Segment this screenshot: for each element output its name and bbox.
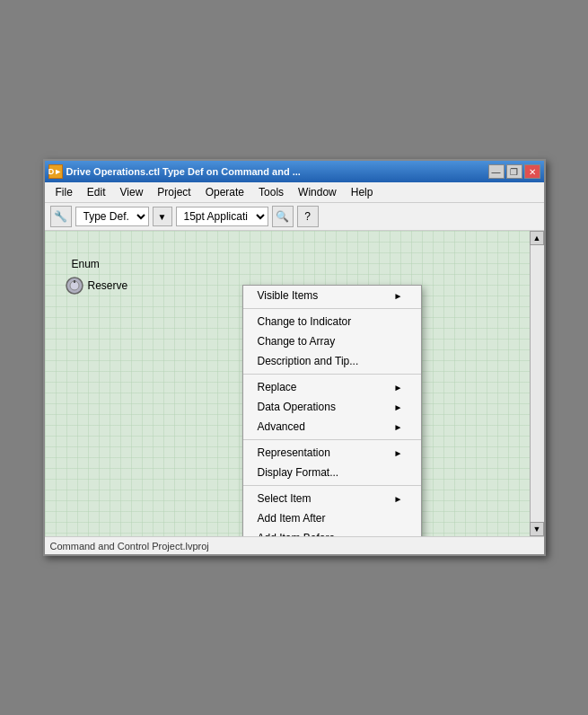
ctx-separator: [243, 308, 421, 309]
font-size-select[interactable]: 15pt Applicati: [176, 207, 268, 226]
ctx-item-label-advanced: Advanced: [258, 420, 305, 433]
ctx-item-label-representation: Representation: [258, 446, 330, 459]
ctx-separator: [243, 439, 421, 440]
scroll-up-button[interactable]: ▲: [530, 231, 544, 245]
restore-button[interactable]: ❐: [506, 164, 522, 179]
wrench-button[interactable]: 🔧: [50, 206, 72, 227]
ctx-arrow-select-item: ►: [394, 494, 403, 504]
toolbar: 🔧 Type Def. ▼ 15pt Applicati 🔍 ?: [45, 203, 544, 231]
ctx-item-label-select-item: Select Item: [258, 492, 312, 505]
menu-item-operate[interactable]: Operate: [198, 184, 251, 200]
close-button[interactable]: ✕: [524, 164, 540, 179]
ctx-item-change-to-indicator[interactable]: Change to Indicator: [243, 312, 421, 331]
ctx-item-label-change-to-array: Change to Array: [258, 335, 336, 348]
ctx-item-label-visible-items: Visible Items: [258, 289, 319, 302]
title-buttons: — ❐ ✕: [488, 164, 540, 179]
ctx-item-representation[interactable]: Representation►: [243, 443, 421, 463]
ctx-separator: [243, 485, 421, 486]
type-def-select[interactable]: Type Def.: [75, 207, 149, 226]
ctx-item-label-replace: Replace: [258, 381, 297, 393]
ctx-item-label-add-item-after: Add Item After: [258, 512, 326, 525]
ctx-separator: [243, 374, 421, 375]
ctx-arrow-visible-items: ►: [394, 291, 403, 301]
main-window: D► Drive Operations.ctl Type Def on Comm…: [43, 159, 546, 556]
reserve-label: Reserve: [88, 279, 128, 292]
ctx-arrow-advanced: ►: [394, 422, 403, 432]
ctx-item-display-format[interactable]: Display Format...: [243, 463, 421, 482]
minimize-button[interactable]: —: [488, 164, 505, 179]
ctx-item-change-to-array[interactable]: Change to Array: [243, 331, 421, 351]
scroll-down-button[interactable]: ▼: [530, 522, 544, 536]
knob-icon: [65, 276, 84, 296]
ctx-item-label-data-operations: Data Operations: [258, 401, 336, 413]
canvas: Enum Reserve Visible Items►Change to Ind…: [45, 231, 530, 536]
reserve-control: Reserve: [65, 276, 128, 296]
title-bar-left: D► Drive Operations.ctl Type Def on Comm…: [48, 164, 301, 179]
menu-item-tools[interactable]: Tools: [251, 184, 291, 200]
ctx-item-advanced[interactable]: Advanced►: [243, 417, 421, 437]
title-bar: D► Drive Operations.ctl Type Def on Comm…: [45, 161, 544, 182]
menu-item-file[interactable]: File: [48, 184, 80, 200]
enum-label: Enum: [72, 258, 100, 270]
ctx-item-description-and-tip[interactable]: Description and Tip...: [243, 351, 421, 371]
ctx-item-label-add-item-before: Add Item Before: [258, 532, 336, 536]
vertical-scrollbar[interactable]: ▲ ▼: [530, 231, 544, 536]
ctx-item-data-operations[interactable]: Data Operations►: [243, 397, 421, 417]
menu-item-project[interactable]: Project: [150, 184, 197, 200]
ctx-item-replace[interactable]: Replace►: [243, 377, 421, 397]
menu-item-help[interactable]: Help: [344, 184, 381, 200]
status-bar: Command and Control Project.lvproj: [45, 536, 544, 554]
menu-bar: FileEditViewProjectOperateToolsWindowHel…: [45, 182, 544, 203]
ctx-arrow-data-operations: ►: [394, 402, 403, 412]
context-menu: Visible Items►Change to IndicatorChange …: [242, 285, 422, 536]
ctx-item-select-item[interactable]: Select Item►: [243, 489, 421, 508]
search-button[interactable]: 🔍: [272, 206, 294, 227]
type-def-dropdown[interactable]: ▼: [153, 207, 172, 226]
ctx-arrow-replace: ►: [394, 383, 403, 393]
content-area: Enum Reserve Visible Items►Change to Ind…: [45, 231, 544, 536]
menu-item-edit[interactable]: Edit: [80, 184, 113, 200]
menu-item-window[interactable]: Window: [291, 184, 344, 200]
help-button[interactable]: ?: [297, 206, 319, 227]
app-icon: D►: [48, 164, 63, 179]
ctx-item-label-change-to-indicator: Change to Indicator: [258, 315, 352, 328]
window-title: Drive Operations.ctl Type Def on Command…: [66, 166, 301, 177]
menu-item-view[interactable]: View: [113, 184, 151, 200]
ctx-item-add-item-before[interactable]: Add Item Before: [243, 528, 421, 536]
ctx-item-add-item-after[interactable]: Add Item After: [243, 508, 421, 528]
status-text: Command and Control Project.lvproj: [50, 541, 209, 552]
ctx-arrow-representation: ►: [394, 448, 403, 458]
ctx-item-visible-items[interactable]: Visible Items►: [243, 286, 421, 305]
scroll-track: [531, 245, 544, 522]
ctx-item-label-display-format: Display Format...: [258, 466, 339, 479]
ctx-item-label-description-and-tip: Description and Tip...: [258, 355, 359, 367]
